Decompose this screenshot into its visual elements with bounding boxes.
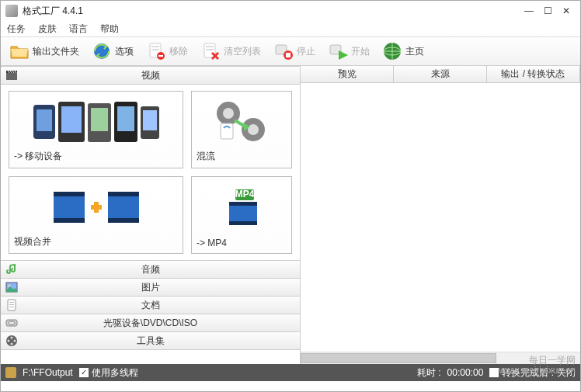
tile-mp4[interactable]: MP4 -> MP4 <box>191 176 292 254</box>
output-folder-button[interactable]: 输出文件夹 <box>4 39 85 64</box>
svg-rect-27 <box>143 110 157 130</box>
section-document[interactable]: 文档 <box>1 296 300 314</box>
stop-icon <box>273 41 294 61</box>
tile-video-join[interactable]: 视频合并 <box>9 176 183 254</box>
svg-rect-50 <box>9 307 14 307</box>
start-button[interactable]: 开始 <box>322 39 375 64</box>
menubar: 任务 皮肤 语言 帮助 <box>1 21 580 36</box>
section-document-title: 文档 <box>141 299 160 312</box>
section-video[interactable]: 视频 <box>1 66 300 85</box>
elapsed-label: 耗时 : <box>417 366 441 380</box>
image-icon <box>5 281 18 293</box>
globe-icon <box>382 41 402 61</box>
after-convert-label: 转换完成后 : <box>502 366 554 380</box>
tile-mp4-caption: -> MP4 <box>197 238 287 248</box>
list-header: 预览 来源 输出 / 转换状态 <box>301 66 580 83</box>
titlebar: 格式工厂 4.4.1 — ☐ ✕ <box>1 1 580 21</box>
sections-bottom: 音频 图片 文档 光驱设备\DVD\CD\ISO 工具集 <box>1 260 300 350</box>
disc-drive-icon <box>5 317 18 329</box>
mp4-art: MP4 <box>197 182 287 234</box>
checkbox-checked-icon: ✓ <box>79 368 89 377</box>
svg-marker-13 <box>339 50 348 60</box>
home-button[interactable]: 主页 <box>377 39 430 64</box>
svg-point-55 <box>11 343 13 345</box>
svg-point-0 <box>94 43 110 59</box>
svg-rect-36 <box>54 218 85 223</box>
svg-point-52 <box>9 321 15 324</box>
film-reel-icon <box>5 335 18 347</box>
section-audio-title: 音频 <box>141 263 160 276</box>
svg-point-56 <box>8 340 10 342</box>
tile-mux[interactable]: 混流 <box>191 91 292 168</box>
mobile-devices-art <box>14 96 178 147</box>
section-image[interactable]: 图片 <box>1 278 300 297</box>
after-convert-value: 关闭 <box>557 366 576 380</box>
horizontal-scrollbar[interactable] <box>301 352 580 364</box>
minimize-button[interactable]: — <box>520 4 538 18</box>
scrollbar-thumb[interactable] <box>301 353 496 363</box>
multithread-checkbox[interactable]: ✓ 使用多线程 <box>79 366 138 380</box>
svg-point-29 <box>223 108 234 119</box>
section-disc[interactable]: 光驱设备\DVD\CD\ISO <box>1 314 300 332</box>
statusbar: F:\FFOutput ✓ 使用多线程 耗时 : 00:00:00 转换完成后 … <box>1 364 580 381</box>
svg-rect-16 <box>6 73 17 80</box>
section-tools-title: 工具集 <box>137 335 165 348</box>
right-panel: 预览 来源 输出 / 转换状态 <box>301 66 580 364</box>
svg-rect-21 <box>61 106 82 133</box>
play-icon <box>328 41 348 61</box>
menu-help[interactable]: 帮助 <box>100 23 119 36</box>
section-video-title: 视频 <box>141 69 160 82</box>
remove-button[interactable]: 移除 <box>141 39 193 64</box>
clear-list-button[interactable]: 清空列表 <box>195 39 266 64</box>
menu-lang[interactable]: 语言 <box>69 23 88 36</box>
output-path[interactable]: F:\FFOutput <box>23 367 73 378</box>
clear-list-label: 清空列表 <box>224 45 261 58</box>
page-remove-icon <box>146 41 166 61</box>
svg-rect-3 <box>151 49 159 50</box>
svg-rect-19 <box>37 109 52 131</box>
svg-rect-2 <box>151 46 159 47</box>
stop-button[interactable]: 停止 <box>268 39 321 64</box>
menu-skin[interactable]: 皮肤 <box>38 23 57 36</box>
section-audio[interactable]: 音频 <box>1 260 300 279</box>
maximize-button[interactable]: ☐ <box>538 4 557 18</box>
options-button[interactable]: 选项 <box>86 39 139 64</box>
remove-label: 移除 <box>169 45 188 58</box>
globe-refresh-icon <box>92 41 112 61</box>
join-art <box>14 182 178 232</box>
options-label: 选项 <box>115 45 134 58</box>
workspace: 视频 -> 移动设备 <box>1 66 580 364</box>
after-convert-checkbox[interactable]: 转换完成后 : 关闭 <box>489 366 576 380</box>
svg-rect-7 <box>206 46 214 47</box>
multithread-label: 使用多线程 <box>92 366 138 380</box>
svg-rect-38 <box>108 192 139 196</box>
clapperboard-icon <box>5 69 18 82</box>
section-disc-title: 光驱设备\DVD\CD\ISO <box>103 317 197 330</box>
svg-rect-5 <box>158 55 163 57</box>
window-title: 格式工厂 4.4.1 <box>23 5 520 18</box>
list-body <box>301 83 580 364</box>
folder-small-icon[interactable] <box>5 367 16 378</box>
elapsed-value: 00:00:00 <box>447 367 484 378</box>
video-grid: -> 移动设备 混流 <box>1 85 300 260</box>
close-button[interactable]: ✕ <box>557 4 576 18</box>
svg-rect-25 <box>117 106 134 131</box>
toolbar: 输出文件夹 选项 移除 清空列表 停止 开始 主页 <box>1 36 580 66</box>
col-status[interactable]: 输出 / 转换状态 <box>487 66 580 82</box>
svg-rect-11 <box>286 53 290 57</box>
section-image-title: 图片 <box>141 281 160 294</box>
section-tools[interactable]: 工具集 <box>1 331 300 350</box>
svg-point-46 <box>9 285 11 287</box>
tile-mobile-device[interactable]: -> 移动设备 <box>9 91 183 168</box>
svg-rect-44 <box>229 221 257 225</box>
folder-icon <box>9 41 30 61</box>
svg-rect-49 <box>9 304 14 305</box>
col-source[interactable]: 来源 <box>394 66 487 82</box>
svg-rect-43 <box>229 202 257 206</box>
svg-rect-48 <box>9 302 14 303</box>
svg-rect-23 <box>91 108 108 131</box>
svg-point-31 <box>248 124 259 135</box>
page-delete-icon <box>200 41 221 61</box>
menu-task[interactable]: 任务 <box>7 23 26 36</box>
col-preview[interactable]: 预览 <box>301 66 394 82</box>
